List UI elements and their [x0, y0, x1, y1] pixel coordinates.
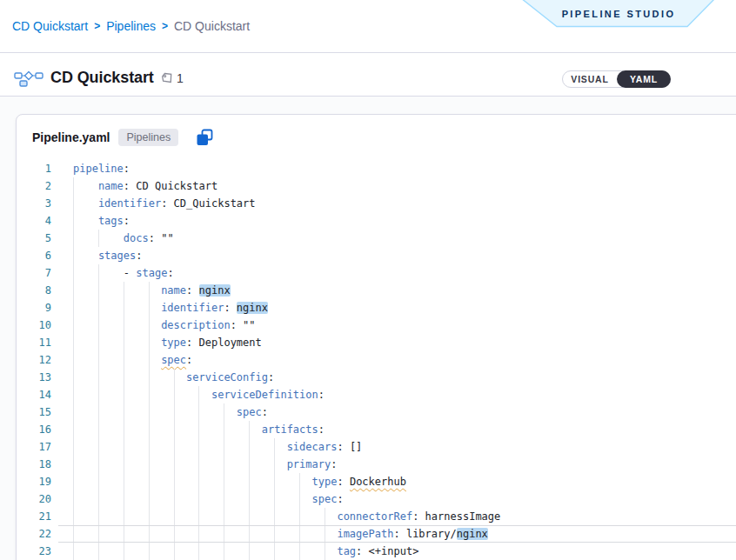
code-line[interactable]: 3identifier: CD_Quickstart — [17, 195, 736, 212]
code-line-content: connectorRef: harnessImage — [58, 508, 736, 525]
line-number: 22 — [17, 525, 51, 543]
code-line-content: primary: — [58, 456, 736, 473]
code-line[interactable]: 10description: "" — [17, 317, 736, 334]
code-line[interactable]: 18primary: — [17, 456, 736, 473]
line-number: 13 — [17, 369, 51, 386]
line-number: 4 — [17, 212, 51, 230]
banner-label: PIPELINE STUDIO — [562, 9, 676, 19]
chevron-separator-icon: > — [94, 20, 100, 32]
code-line[interactable]: 19type: Dockerhub — [17, 473, 736, 490]
code-line[interactable]: 9identifier: nginx — [17, 299, 736, 317]
code-line-content: description: "" — [58, 317, 736, 334]
copy-yaml-button[interactable] — [194, 127, 215, 148]
code-line[interactable]: 6stages: — [17, 247, 736, 264]
yaml-toggle-button[interactable]: YAML — [617, 70, 671, 88]
breadcrumb-pipelines-link[interactable]: Pipelines — [106, 19, 156, 33]
code-line[interactable]: 2name: CD Quickstart — [17, 177, 736, 195]
code-line-content: type: Deployment — [58, 334, 736, 351]
editor-header: Pipeline.yaml Pipelines — [32, 127, 215, 148]
copy-icon — [196, 129, 214, 147]
code-line[interactable]: 17sidecars: [] — [17, 438, 736, 456]
code-line-content: spec: — [58, 490, 736, 508]
code-line[interactable]: 4tags: — [17, 212, 736, 230]
line-number: 12 — [17, 351, 51, 369]
code-line-content: spec: — [58, 351, 736, 369]
line-number: 11 — [17, 334, 51, 351]
tag-icon — [160, 71, 174, 85]
line-number: 9 — [17, 299, 51, 317]
line-number: 23 — [17, 543, 51, 560]
chevron-separator-icon: > — [162, 20, 168, 32]
code-line[interactable]: 21connectorRef: harnessImage — [17, 508, 736, 525]
line-number: 18 — [17, 456, 51, 473]
code-line[interactable]: 23tag: <+input> — [17, 543, 736, 560]
entity-badge: Pipelines — [118, 129, 178, 146]
line-number: 5 — [17, 230, 51, 247]
code-line[interactable]: 7- stage: — [17, 264, 736, 282]
line-number: 16 — [17, 421, 51, 438]
code-line-content: spec: — [58, 403, 736, 421]
code-line[interactable]: 14serviceDefinition: — [17, 386, 736, 403]
code-line-content: stages: — [58, 247, 736, 264]
code-line-content: tag: <+input> — [58, 543, 736, 560]
code-line-content: sidecars: [] — [58, 438, 736, 456]
view-mode-toggle: VISUAL YAML — [562, 70, 671, 88]
code-line-content: pipeline: — [58, 160, 736, 177]
code-line[interactable]: 11type: Deployment — [17, 334, 736, 351]
code-line[interactable]: 1pipeline: — [17, 160, 736, 177]
code-line[interactable]: 5docs: "" — [17, 230, 736, 247]
tag-count: 1 — [177, 71, 184, 85]
pipeline-studio-banner: PIPELINE STUDIO — [519, 0, 719, 28]
code-line-content: tags: — [58, 212, 736, 230]
yaml-code-editor[interactable]: 1pipeline:2name: CD Quickstart3identifie… — [17, 160, 736, 560]
code-line[interactable]: 22imagePath: library/nginx — [17, 525, 736, 543]
line-number: 21 — [17, 508, 51, 525]
tags-indicator: 1 — [160, 71, 184, 85]
code-line-content: serviceDefinition: — [58, 386, 736, 403]
code-line-content: docs: "" — [58, 230, 736, 247]
yaml-editor-card: Pipeline.yaml Pipelines 1pipeline:2name:… — [16, 114, 736, 560]
studio-canvas: Pipeline.yaml Pipelines 1pipeline:2name:… — [0, 97, 736, 560]
breadcrumb: CD Quickstart > Pipelines > CD Quickstar… — [12, 19, 250, 33]
line-number: 8 — [17, 282, 51, 299]
breadcrumb-project-link[interactable]: CD Quickstart — [12, 19, 88, 33]
breadcrumb-current: CD Quickstart — [174, 19, 250, 33]
pipeline-studio-page: PIPELINE STUDIO CD Quickstart > Pipeline… — [0, 0, 736, 560]
code-line[interactable]: 15spec: — [17, 403, 736, 421]
line-number: 14 — [17, 386, 51, 403]
header-divider — [0, 52, 736, 53]
line-number: 20 — [17, 490, 51, 508]
code-line[interactable]: 8name: nginx — [17, 282, 736, 299]
line-number: 17 — [17, 438, 51, 456]
pipeline-icon — [14, 70, 43, 89]
code-line[interactable]: 16artifacts: — [17, 421, 736, 438]
line-number: 3 — [17, 195, 51, 212]
line-number: 7 — [17, 264, 51, 282]
line-number: 1 — [17, 160, 51, 177]
code-line[interactable]: 20spec: — [17, 490, 736, 508]
code-line-content: identifier: CD_Quickstart — [58, 195, 736, 212]
code-line[interactable]: 12spec: — [17, 351, 736, 369]
line-number: 6 — [17, 247, 51, 264]
code-line-content: type: Dockerhub — [58, 473, 736, 490]
code-line-content-current: imagePath: library/nginx — [58, 525, 736, 543]
page-title: CD Quickstart — [50, 69, 154, 87]
code-line-content: serviceConfig: — [58, 369, 736, 386]
line-number: 15 — [17, 403, 51, 421]
yaml-filename: Pipeline.yaml — [32, 130, 110, 144]
code-line[interactable]: 13serviceConfig: — [17, 369, 736, 386]
code-line-content: name: nginx — [58, 282, 736, 299]
line-number: 19 — [17, 473, 51, 490]
line-number: 2 — [17, 177, 51, 195]
code-line-content: identifier: nginx — [58, 299, 736, 317]
line-number: 10 — [17, 317, 51, 334]
visual-toggle-button[interactable]: VISUAL — [563, 71, 617, 87]
code-line-content: - stage: — [58, 264, 736, 282]
code-line-content: name: CD Quickstart — [58, 177, 736, 195]
code-line-content: artifacts: — [58, 421, 736, 438]
